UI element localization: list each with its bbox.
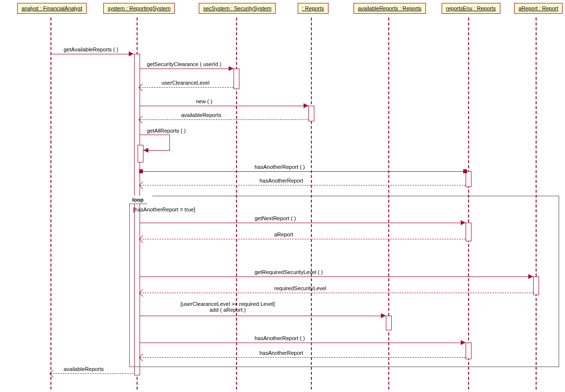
arrowhead-m4 xyxy=(143,148,148,153)
arrowhead-m3 xyxy=(304,103,308,108)
sq-end-m5 xyxy=(463,169,467,173)
label-m5: hasAnotherReport ( ) xyxy=(255,164,305,170)
arrowhead-m1 xyxy=(129,51,134,56)
lifeline-label: reportsEnu : Reports xyxy=(446,5,496,11)
lifeline-analyst xyxy=(50,18,51,390)
lifeline-label: system : ReportingSystem xyxy=(108,5,170,11)
arrowhead-r5 xyxy=(139,182,147,189)
lifeline-label: aReport : Report xyxy=(518,5,558,11)
lifeline-label: secSystem : SecuritySystem xyxy=(203,5,271,11)
lifeline-head-secsystem: secSystem : SecuritySystem xyxy=(199,3,276,14)
activation-reportsenu-2 xyxy=(466,223,471,241)
arrow-m1 xyxy=(50,54,134,54)
label-r9: hasAnotherReport xyxy=(259,350,303,356)
loop-frame xyxy=(129,196,559,367)
label-m6: getNextReport ( ) xyxy=(255,215,296,221)
label-m7: getRequiredSecurityLevel ( ) xyxy=(255,269,323,275)
arrow-m3 xyxy=(140,106,308,106)
activation-reportsenu-1 xyxy=(466,171,471,187)
arrow-m9 xyxy=(140,343,466,343)
lifeline-head-availablereports: availableReports : Reports xyxy=(353,3,426,14)
lifeline-label: analyst : FinancialAnalyst xyxy=(22,5,82,11)
loop-title: loop xyxy=(132,197,143,203)
lifeline-head-reportsenu: reportsEnu : Reports xyxy=(442,3,500,14)
arrow-m6 xyxy=(140,223,466,223)
arrowhead-m2 xyxy=(229,66,234,71)
label-m8: [userClearanceLevel >= required Level] a… xyxy=(176,301,279,313)
activation-reports xyxy=(308,106,314,121)
activation-system-self xyxy=(138,145,143,162)
label-m9: hasAnotherReport ( ) xyxy=(255,335,305,341)
label-r6: aReport xyxy=(274,231,293,237)
arrow-r5 xyxy=(140,185,466,185)
label-m4: getAllReports ( ) xyxy=(147,128,186,134)
arrow-m8 xyxy=(140,316,386,316)
arrow-r2 xyxy=(140,87,234,88)
activation-reportsenu-3 xyxy=(466,343,471,359)
arrow-r6 xyxy=(140,239,466,239)
activation-areport xyxy=(533,277,539,295)
label-r7: requiredSecurityLevel xyxy=(274,285,326,291)
arrowhead-m7 xyxy=(528,274,533,279)
activation-availablereports xyxy=(386,316,392,330)
arrow-m7 xyxy=(140,277,533,277)
selfcall-m4-top xyxy=(140,135,169,135)
label-r5: hasAnotherReport xyxy=(259,178,303,184)
arrow-r9 xyxy=(140,357,466,358)
lifeline-head-reports: : Reports xyxy=(298,3,329,14)
label-r10: availableReports xyxy=(64,366,104,372)
sq-start-m5 xyxy=(139,169,143,173)
label-r2: userClearanceLevel xyxy=(162,80,210,86)
arrowhead-m8 xyxy=(381,313,386,318)
label-m3: new ( ) xyxy=(196,98,212,104)
lifeline-head-analyst: analyst : FinancialAnalyst xyxy=(17,3,87,14)
lifeline-head-areport: aReport : Report xyxy=(514,3,563,14)
loop-guard: [hasAnotherReport = true] xyxy=(133,207,195,212)
arrowhead-m6 xyxy=(461,220,466,225)
lifeline-head-system: system : ReportingSystem xyxy=(103,3,175,14)
activation-secsystem xyxy=(234,69,239,89)
lifeline-label: availableReports : Reports xyxy=(358,5,422,11)
label-m2: getSecurityClearance ( userId ) xyxy=(147,61,221,67)
label-m1: getAvailableReports ( ) xyxy=(64,46,118,52)
selfcall-m4-side xyxy=(169,135,170,150)
arrowhead-m9 xyxy=(461,340,466,345)
label-r3: availableReports xyxy=(181,112,221,118)
arrow-r7 xyxy=(140,293,533,293)
arrow-m5 xyxy=(143,171,465,172)
arrow-r3 xyxy=(140,119,308,120)
lifeline-label: : Reports xyxy=(302,5,324,11)
sequence-diagram: analyst : FinancialAnalyst system : Repo… xyxy=(0,0,565,392)
arrow-r10 xyxy=(50,373,134,374)
arrow-m2 xyxy=(140,69,234,69)
